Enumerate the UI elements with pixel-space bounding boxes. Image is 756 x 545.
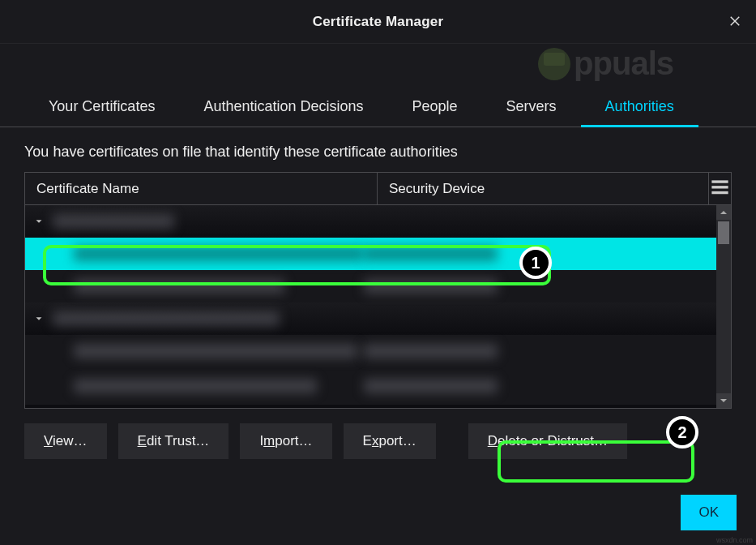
- column-picker-button[interactable]: [708, 173, 731, 204]
- tab-servers[interactable]: Servers: [482, 88, 581, 127]
- watermark-icon: [538, 48, 570, 80]
- table-header: Certificate Name Security Device: [25, 173, 731, 205]
- tab-people[interactable]: People: [388, 88, 482, 127]
- redacted-text: [74, 344, 357, 358]
- svg-rect-3: [711, 186, 728, 188]
- footer-watermark: wsxdn.com: [716, 536, 753, 544]
- svg-rect-4: [711, 191, 728, 194]
- table-body: [25, 205, 731, 408]
- ca-group-row[interactable]: [25, 303, 731, 335]
- svg-rect-2: [711, 180, 728, 182]
- certificate-row[interactable]: [25, 335, 731, 367]
- edit-trust-button[interactable]: Edit Trust…: [118, 423, 229, 459]
- dialog-header: Certificate Manager: [0, 0, 756, 44]
- certificate-table: Certificate Name Security Device: [24, 172, 732, 409]
- certificate-row-selected[interactable]: [25, 238, 731, 270]
- tab-authentication-decisions[interactable]: Authentication Decisions: [179, 88, 387, 127]
- redacted-text: [74, 279, 284, 294]
- certificate-row[interactable]: [25, 270, 731, 303]
- redacted-text: [74, 247, 364, 261]
- column-certificate-name[interactable]: Certificate Name: [25, 173, 378, 204]
- certificate-row[interactable]: [25, 367, 731, 405]
- ca-group-row[interactable]: [25, 205, 731, 238]
- scrollbar-up-button[interactable]: [716, 205, 731, 220]
- tabs-bar: Your Certificates Authentication Decisio…: [0, 88, 756, 127]
- redacted-text: [364, 379, 498, 393]
- action-button-row: View… Edit Trust… Import… Export… Delete…: [0, 409, 756, 474]
- redacted-text: [364, 279, 498, 294]
- scrollbar-track[interactable]: [716, 205, 731, 408]
- scrollbar-down-button[interactable]: [716, 393, 731, 408]
- import-button[interactable]: Import…: [240, 423, 331, 459]
- watermark-text: ppuals: [574, 45, 673, 82]
- tab-authorities[interactable]: Authorities: [581, 88, 698, 127]
- column-security-device[interactable]: Security Device: [378, 173, 708, 204]
- chevron-down-icon[interactable]: [32, 311, 46, 326]
- column-picker-icon: [709, 178, 731, 200]
- scrollbar-thumb[interactable]: [718, 221, 729, 244]
- dialog-title: Certificate Manager: [313, 14, 444, 30]
- ok-button[interactable]: OK: [681, 495, 737, 530]
- export-button[interactable]: Export…: [344, 423, 436, 459]
- redacted-text: [74, 379, 317, 393]
- redacted-text: [53, 311, 280, 326]
- tab-description: You have certificates on file that ident…: [0, 127, 756, 172]
- view-button[interactable]: View…: [24, 423, 107, 459]
- close-icon: [728, 14, 742, 28]
- close-button[interactable]: [720, 6, 750, 36]
- tab-your-certificates[interactable]: Your Certificates: [24, 88, 179, 127]
- redacted-text: [53, 214, 174, 229]
- chevron-down-icon[interactable]: [32, 214, 46, 229]
- delete-distrust-button[interactable]: Delete or Distrust…: [468, 423, 627, 459]
- redacted-text: [364, 247, 498, 261]
- redacted-text: [364, 344, 498, 358]
- watermark-logo: ppuals: [538, 45, 673, 82]
